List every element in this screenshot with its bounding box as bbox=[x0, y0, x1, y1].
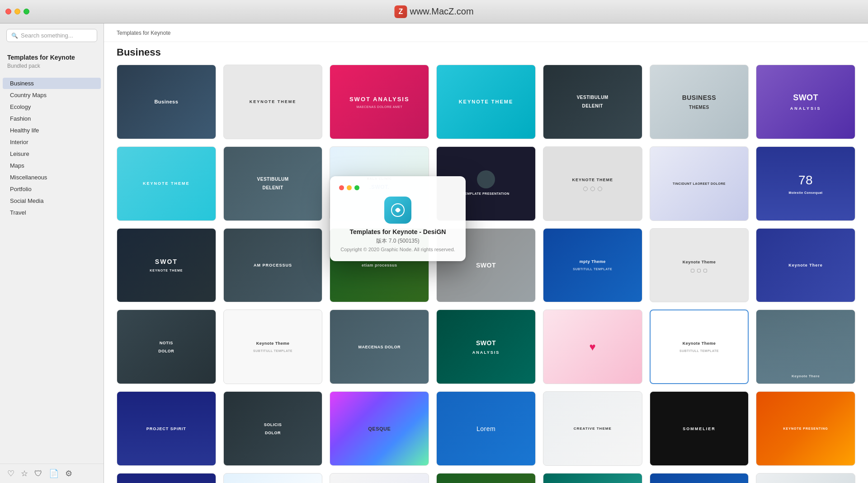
template-card[interactable]: 🎈 bbox=[330, 473, 429, 483]
template-card[interactable]: Lorem bbox=[436, 391, 536, 466]
template-card[interactable]: ETIAM PROCESSUS bbox=[436, 473, 536, 483]
template-card[interactable]: VESTIBULUM DELENIT bbox=[543, 65, 642, 139]
popup-max[interactable] bbox=[354, 185, 359, 190]
template-card[interactable] bbox=[543, 473, 642, 483]
template-card[interactable]: NOTIS DOLOR bbox=[117, 309, 216, 384]
sidebar-item-country-maps[interactable]: Country Maps bbox=[3, 89, 101, 101]
template-card[interactable]: VESTIBULUM DELENIT bbox=[223, 146, 323, 221]
maximize-button[interactable] bbox=[24, 9, 29, 14]
template-card[interactable]: Keynote There bbox=[756, 309, 855, 384]
sidebar-item-interior[interactable]: Interior bbox=[3, 136, 101, 148]
shield-icon[interactable]: 🛡 bbox=[34, 469, 42, 478]
content-area: Templates for Keynote Business Business … bbox=[104, 23, 868, 483]
sidebar-item-ecology[interactable]: Ecology bbox=[3, 101, 101, 113]
template-card[interactable]: KEYNOTE THEME bbox=[223, 65, 323, 139]
template-card[interactable]: TINCIDUNT LAOREET DOLORE bbox=[650, 146, 749, 221]
sidebar-item-healthy-life[interactable]: Healthy life bbox=[3, 125, 101, 136]
sidebar-item-miscellaneous[interactable]: Miscellaneous bbox=[3, 172, 101, 183]
traffic-lights bbox=[5, 9, 29, 14]
template-card[interactable]: KEYNOTE THEME bbox=[650, 473, 749, 483]
search-icon: 🔍 bbox=[11, 33, 18, 39]
template-card[interactable]: PROJECT SPIRIT bbox=[117, 391, 216, 466]
close-button[interactable] bbox=[5, 9, 11, 14]
sidebar-item-travel[interactable]: Travel bbox=[3, 207, 101, 218]
template-card[interactable]: Keynote Theme SUBTITULL TEMPLATE bbox=[650, 309, 749, 384]
titlebar: Z www.MacZ.com bbox=[0, 0, 868, 23]
star-icon[interactable]: ☆ bbox=[21, 469, 28, 478]
template-card[interactable]: Keynote Theme bbox=[650, 228, 749, 303]
popup-titlebar bbox=[339, 185, 457, 190]
page-title: Business bbox=[104, 42, 868, 65]
template-card[interactable]: MAECENAS DOLOR bbox=[330, 309, 429, 384]
breadcrumb-parent: Templates for Keynote bbox=[117, 30, 170, 36]
template-card[interactable]: KEYNOTE THEME bbox=[543, 146, 642, 221]
popup-app-name: Templates for Keynote - DesiGN bbox=[339, 228, 457, 235]
templates-grid: Business KEYNOTE THEME SWOT ANALYSIS MAE… bbox=[104, 65, 868, 483]
template-card[interactable]: Business bbox=[117, 65, 216, 139]
template-card[interactable]: SOLICIS DOLOR bbox=[223, 391, 323, 466]
template-card[interactable] bbox=[223, 473, 323, 483]
search-bar[interactable]: 🔍 Search something... bbox=[6, 29, 97, 42]
popup-close[interactable] bbox=[339, 185, 344, 190]
popup-logo bbox=[384, 197, 411, 224]
template-card[interactable]: AM PROCESSUS bbox=[223, 228, 323, 303]
template-card[interactable]: QESQUE bbox=[330, 391, 429, 466]
minimize-button[interactable] bbox=[14, 9, 20, 14]
sidebar-app-subtitle: Bundled pack bbox=[0, 62, 104, 75]
template-card[interactable]: 78 Molestie Consequat bbox=[756, 146, 855, 221]
sidebar-item-fashion[interactable]: Fashion bbox=[3, 113, 101, 124]
heart-icon[interactable]: ♡ bbox=[7, 469, 14, 478]
template-card[interactable]: KEYNOTE PRESENTING bbox=[756, 391, 855, 466]
popup-version: 版本 7.0 (500135) bbox=[339, 237, 457, 245]
app-logo: Z bbox=[394, 5, 407, 18]
template-card[interactable]: CREATIVE THEME bbox=[543, 391, 642, 466]
sidebar-nav: Business Country Maps Ecology Fashion He… bbox=[0, 75, 104, 220]
template-card[interactable]: ♥ bbox=[543, 309, 642, 384]
template-card[interactable]: BUSINESS THEMES bbox=[650, 65, 749, 139]
sidebar-app-name: Templates for Keynote bbox=[0, 47, 104, 62]
template-card[interactable]: Keynote There bbox=[756, 228, 855, 303]
template-card[interactable]: SWOT KEYNOTE THEME bbox=[117, 228, 216, 303]
template-card[interactable]: Keynote Theme SUBTITULL TEMPLATE bbox=[223, 309, 323, 384]
template-card[interactable]: SWOT ANALYSIS bbox=[436, 309, 536, 384]
template-card[interactable]: DOLORE TE FEUGAIT NULLA FACILIS bbox=[117, 473, 216, 483]
template-card[interactable]: KEYNOTE THEME bbox=[117, 146, 216, 221]
search-placeholder: Search something... bbox=[21, 32, 73, 39]
template-card[interactable]: SOMMELIER bbox=[650, 391, 749, 466]
template-card[interactable]: KEYNOTE THEME bbox=[436, 65, 536, 139]
template-card[interactable]: mpty Theme SUBTITULL TEMPLATE bbox=[543, 228, 642, 303]
sidebar-item-portfolio[interactable]: Portfolio bbox=[3, 183, 101, 195]
popup-min[interactable] bbox=[347, 185, 352, 190]
sidebar-item-leisure[interactable]: Leisure bbox=[3, 148, 101, 159]
content-header: Templates for Keynote bbox=[104, 23, 868, 42]
template-card[interactable]: QUESQUE bbox=[756, 473, 855, 483]
sidebar-item-social-media[interactable]: Social Media bbox=[3, 195, 101, 206]
sidebar-footer: ♡ ☆ 🛡 📄 ⚙ bbox=[0, 464, 104, 483]
sidebar-item-maps[interactable]: Maps bbox=[3, 160, 101, 171]
titlebar-center: Z www.MacZ.com bbox=[394, 5, 473, 18]
doc-icon[interactable]: 📄 bbox=[49, 469, 59, 478]
about-popup: Templates for Keynote - DesiGN 版本 7.0 (5… bbox=[330, 176, 466, 261]
sidebar-item-business[interactable]: Business bbox=[3, 78, 101, 89]
breadcrumb: Templates for Keynote bbox=[117, 30, 855, 36]
gear-icon[interactable]: ⚙ bbox=[65, 469, 72, 478]
popup-copyright: Copyright © 2020 Graphic Node. All right… bbox=[339, 247, 457, 252]
template-card[interactable]: SWOT ANALYSIS MAECENAS DOLORE AMET bbox=[330, 65, 429, 139]
titlebar-url: www.MacZ.com bbox=[410, 6, 473, 17]
sidebar: 🔍 Search something... Templates for Keyn… bbox=[0, 23, 104, 483]
template-card[interactable]: SWOT ANALYSIS bbox=[756, 65, 855, 139]
